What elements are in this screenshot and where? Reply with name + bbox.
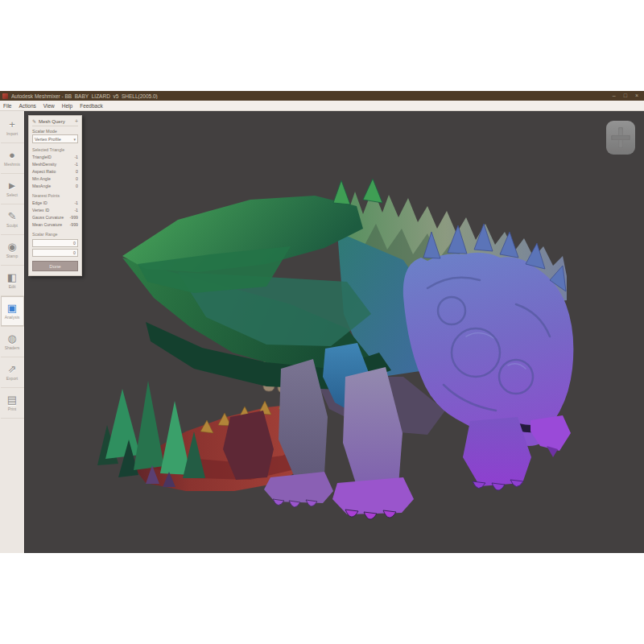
tool-label: Print — [8, 407, 16, 411]
title-bar[interactable]: Autodesk Meshmixer - BB_BABY_LIZARD_v5_S… — [0, 91, 644, 101]
tool-export[interactable]: ⇗Export — [1, 357, 24, 388]
import-plus-icon: + — [9, 119, 15, 130]
mesh-query-panel: ✎ Mesh Query + Scalar Mode Vertex Profil… — [28, 115, 82, 276]
printer-icon: ▤ — [7, 394, 17, 406]
meshmix-sphere-icon: ● — [9, 150, 15, 161]
nav-cube-face — [611, 135, 630, 140]
tool-select[interactable]: ►Select — [1, 174, 24, 204]
edit-sphere-icon: ◧ — [7, 272, 17, 283]
menu-item-view[interactable]: View — [43, 103, 55, 109]
panel-row: Vertex ID-1 — [32, 206, 78, 213]
model-snout — [530, 415, 571, 451]
nav-cube[interactable] — [606, 121, 635, 155]
tool-label: Import — [6, 131, 18, 136]
panel-row: MaxAngle0 — [32, 182, 78, 189]
close-button[interactable]: × — [635, 91, 638, 101]
panel-row: MeshDensity-1 — [32, 160, 78, 167]
panel-row: Gauss Curvature-999 — [32, 213, 78, 221]
panel-rows: Selected TriangleTriangleID-1MeshDensity… — [32, 146, 78, 257]
tool-label: Stamp — [6, 254, 18, 258]
tool-label: Sculpt — [6, 223, 18, 228]
panel-row: Aspect Ratio0 — [32, 167, 78, 175]
tool-analysis[interactable]: ▣Analysis — [1, 296, 24, 327]
tool-stamp[interactable]: ◉Stamp — [1, 235, 24, 266]
viewport-3d[interactable]: ✎ Mesh Query + Scalar Mode Vertex Profil… — [25, 111, 644, 553]
tool-label: Select — [6, 192, 18, 197]
window-title: Autodesk Meshmixer - BB_BABY_LIZARD_v5_S… — [11, 93, 613, 99]
maximize-button[interactable]: □ — [624, 91, 627, 101]
menu-item-actions[interactable]: Actions — [19, 103, 35, 109]
panel-title: Mesh Query — [39, 119, 72, 124]
scalar-mode-dropdown[interactable]: Vertex Profile ▾ — [32, 134, 78, 143]
chevron-down-icon: ▾ — [73, 137, 76, 142]
panel-input[interactable]: 0 — [32, 249, 78, 257]
panel-section: Nearest Points — [32, 192, 78, 199]
tool-label: Shaders — [5, 345, 20, 350]
menu-item-file[interactable]: File — [3, 103, 11, 109]
tool-edit[interactable]: ◧Edit — [1, 266, 24, 296]
sculpt-brush-icon: ✎ — [8, 211, 17, 222]
analysis-sphere-icon: ▣ — [7, 303, 17, 314]
app-icon — [2, 93, 8, 99]
tool-label: Analysis — [5, 315, 20, 320]
panel-header[interactable]: ✎ Mesh Query + — [32, 118, 78, 126]
done-button[interactable]: Done — [32, 261, 78, 271]
tool-shaders[interactable]: ◍Shaders — [1, 327, 24, 357]
panel-section: Selected Triangle — [32, 146, 78, 153]
panel-pin-icon[interactable]: + — [75, 118, 78, 124]
meshmixer-window: Autodesk Meshmixer - BB_BABY_LIZARD_v5_S… — [0, 91, 644, 553]
tool-label: Edit — [9, 284, 16, 289]
tool-label: Export — [6, 376, 18, 381]
dropdown-value: Vertex Profile — [35, 137, 73, 142]
screenshot-root: Autodesk Meshmixer - BB_BABY_LIZARD_v5_S… — [0, 0, 644, 644]
model-3d-baby-lizard[interactable] — [25, 111, 644, 553]
toolbar: +Import●Meshmix►Select✎Sculpt◉Stamp◧Edit… — [0, 111, 25, 553]
export-arrow-icon: ⇗ — [8, 364, 17, 375]
menu-item-help[interactable]: Help — [62, 103, 72, 109]
panel-row: Edge ID-1 — [32, 199, 78, 206]
panel-row: TriangleID-1 — [32, 153, 78, 160]
select-cursor-icon: ► — [7, 180, 18, 192]
window-controls: – □ × — [613, 91, 638, 101]
panel-input[interactable]: 0 — [32, 239, 78, 247]
shaders-sphere-icon: ◍ — [7, 333, 16, 345]
model-hind-foot — [463, 417, 531, 486]
scalar-mode-label: Scalar Mode — [32, 129, 78, 134]
minimize-button[interactable]: – — [613, 91, 616, 101]
menu-bar: FileActionsViewHelpFeedback — [0, 101, 644, 111]
tool-print[interactable]: ▤Print — [1, 388, 24, 419]
tool-label: Meshmix — [4, 162, 20, 167]
tool-sculpt[interactable]: ✎Sculpt — [1, 204, 24, 235]
panel-row: Min Angle0 — [32, 175, 78, 182]
panel-section: Scalar Range — [32, 230, 78, 237]
stamp-sphere-icon: ◉ — [7, 242, 16, 253]
tool-meshmix[interactable]: ●Meshmix — [1, 143, 24, 174]
pencil-icon: ✎ — [32, 118, 36, 124]
tool-import[interactable]: +Import — [1, 113, 24, 143]
menu-item-feedback[interactable]: Feedback — [80, 103, 103, 109]
panel-row: Mean Curvature-999 — [32, 221, 78, 228]
